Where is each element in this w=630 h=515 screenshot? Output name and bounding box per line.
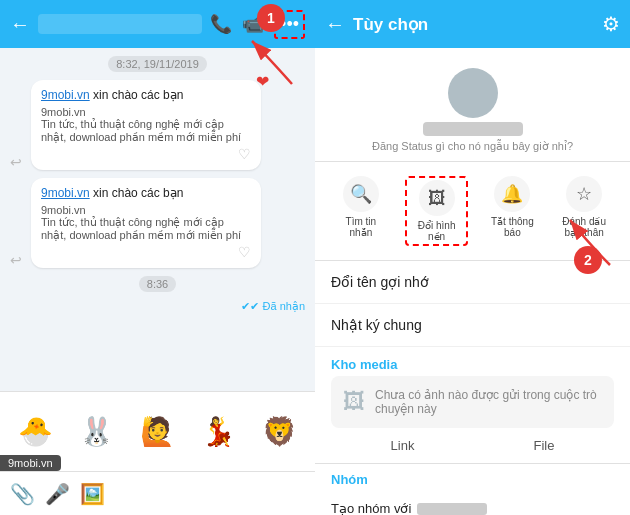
mute-action-icon: 🔔 <box>494 176 530 212</box>
profile-status: Đăng Status gì cho nó ngẫu bây giờ nhỉ? <box>352 140 593 153</box>
message-row-1: ↩ ❤ 9mobi.vn xin chào các bạn 9mobi.vnTi… <box>10 80 305 170</box>
media-placeholder: 🖼 Chưa có ảnh nào được gửi trong cuộc tr… <box>331 376 614 428</box>
timestamp-1: 8:32, 19/11/2019 <box>108 56 207 72</box>
message-row-2: ↩ 9mobi.vn xin chào các bạn 9mobi.vnTin … <box>10 178 305 268</box>
bestfriend-action-icon: ☆ <box>566 176 602 212</box>
message-body-2: 9mobi.vnTin tức, thủ thuật công nghệ mới… <box>41 204 251 242</box>
love-icon-1: ♡ <box>41 146 251 162</box>
mic-icon[interactable]: 🎤 <box>45 482 70 506</box>
heart-icon-1: ❤ <box>256 72 269 91</box>
quick-actions: 🔍 Tìm tin nhắn 🖼 Đổi hình nền 🔔 Tắt thôn… <box>315 162 630 261</box>
watermark: 9mobi.vn <box>0 455 61 471</box>
annotation-1: 1 <box>257 4 285 32</box>
sticker-2[interactable]: 🐰 <box>69 404 124 459</box>
message-link-2[interactable]: 9mobi.vn <box>41 186 90 200</box>
back-button[interactable]: ← <box>10 13 30 36</box>
annotation-2: 2 <box>574 246 602 274</box>
right-content: Đăng Status gì cho nó ngẫu bây giờ nhỉ? … <box>315 48 630 515</box>
avatar <box>448 68 498 118</box>
kho-media-title: Kho media <box>315 347 630 376</box>
file-item[interactable]: File <box>534 438 555 453</box>
message-text-1: 9mobi.vn xin chào các bạn <box>41 88 251 102</box>
message-text-2: 9mobi.vn xin chào các bạn <box>41 186 251 200</box>
diary-menu-item[interactable]: Nhật ký chung <box>315 304 630 347</box>
sent-tick: ✔✔ Đã nhận <box>241 300 305 313</box>
action-search[interactable]: 🔍 Tìm tin nhắn <box>333 176 388 246</box>
attachment-icon[interactable]: 📎 <box>10 482 35 506</box>
search-action-icon: 🔍 <box>343 176 379 212</box>
right-header: ← Tùy chọn ⚙ <box>315 0 630 48</box>
group-name-blur <box>417 503 487 515</box>
sticker-1[interactable]: 🐣 <box>8 404 63 459</box>
media-placeholder-text: Chưa có ảnh nào được gửi trong cuộc trò … <box>375 388 602 416</box>
message-body-1: 9mobi.vnTin tức, thủ thuật công nghệ mới… <box>41 106 251 144</box>
timestamp-2: 8:36 <box>139 276 176 292</box>
sent-row: ✔✔ Đã nhận <box>10 300 305 313</box>
mute-action-label: Tắt thông báo <box>485 216 540 238</box>
media-links: Link File <box>315 428 630 464</box>
profile-area: Đăng Status gì cho nó ngẫu bây giờ nhỉ? <box>315 58 630 162</box>
message-bubble-1: ❤ 9mobi.vn xin chào các bạn 9mobi.vnTin … <box>31 80 261 170</box>
menu-items: Đổi tên gợi nhớ Nhật ký chung <box>315 261 630 347</box>
right-panel-title: Tùy chọn <box>353 14 594 35</box>
forward-icon-1: ↩ <box>10 154 22 170</box>
group-create[interactable]: Tạo nhóm với <box>315 491 630 515</box>
action-mute[interactable]: 🔔 Tắt thông báo <box>485 176 540 246</box>
image-icon[interactable]: 🖼️ <box>80 482 105 506</box>
love-icon-2: ♡ <box>41 244 251 260</box>
wallpaper-action-label: Đổi hình nền <box>409 220 464 242</box>
wallpaper-action-icon: 🖼 <box>419 180 455 216</box>
link-item[interactable]: Link <box>391 438 415 453</box>
bestfriend-action-label: Đánh dấu bạn thân <box>557 216 612 238</box>
call-icon[interactable]: 📞 <box>210 13 232 35</box>
action-wallpaper[interactable]: 🖼 Đổi hình nền <box>405 176 468 246</box>
profile-name <box>423 122 523 136</box>
sticker-3[interactable]: 🙋 <box>130 404 185 459</box>
nhom-title: Nhóm <box>315 464 630 491</box>
group-create-label: Tạo nhóm với <box>331 501 411 515</box>
media-placeholder-icon: 🖼 <box>343 389 365 415</box>
forward-icon-2: ↩ <box>10 252 22 268</box>
settings-icon[interactable]: ⚙ <box>602 12 620 36</box>
left-panel: ← 📞 📹 ••• 1 8:32, 19/11/2019 ↩ ❤ 9mobi.v… <box>0 0 315 515</box>
search-action-label: Tìm tin nhắn <box>333 216 388 238</box>
message-bubble-2: 9mobi.vn xin chào các bạn 9mobi.vnTin tứ… <box>31 178 261 268</box>
action-bestfriend[interactable]: ☆ Đánh dấu bạn thân <box>557 176 612 246</box>
message-link-1[interactable]: 9mobi.vn <box>41 88 90 102</box>
chat-title <box>38 14 202 34</box>
sticker-5[interactable]: 🦁 <box>252 404 307 459</box>
sticker-4[interactable]: 💃 <box>191 404 246 459</box>
input-bar: 📎 🎤 🖼️ <box>0 471 315 515</box>
right-back-button[interactable]: ← <box>325 13 345 36</box>
right-panel: ← Tùy chọn ⚙ Đăng Status gì cho nó ngẫu … <box>315 0 630 515</box>
messages-container: 8:32, 19/11/2019 ↩ ❤ 9mobi.vn xin chào c… <box>0 48 315 391</box>
